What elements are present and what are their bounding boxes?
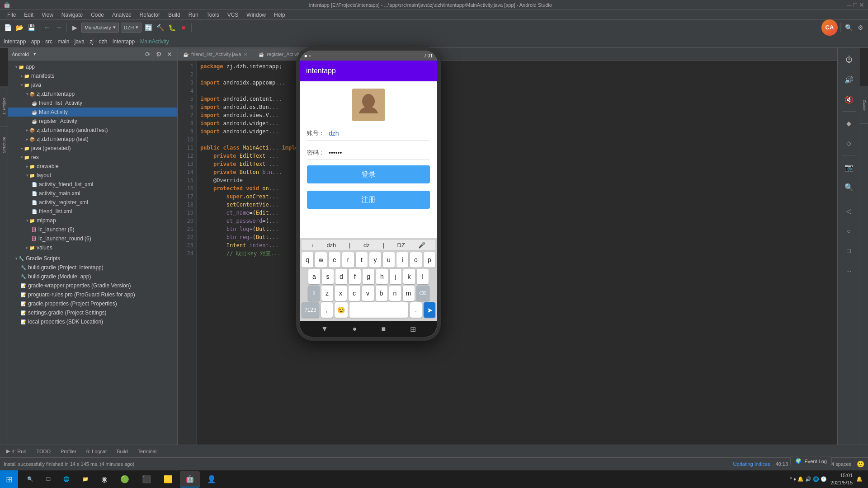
tree-item-java-gen[interactable]: ▸ 📁 java (generated) [8,144,177,153]
tree-item-proguard[interactable]: 📝 proguard-rules.pro (ProGuard Rules for… [8,290,177,299]
close-button[interactable]: ✕ [859,1,864,9]
key-enter[interactable]: ➤ [424,302,435,318]
key-e[interactable]: e [329,252,340,267]
tree-item-xml-friend[interactable]: 📄 activity_friend_list_xml [8,180,177,189]
key-g[interactable]: g [363,269,374,284]
breadcrumb-src[interactable]: src [45,38,52,45]
key-f[interactable]: f [349,269,361,284]
tab-build[interactable]: Build [112,446,132,457]
device-screenshot-btn[interactable]: 📷 [841,159,857,175]
device-recents-btn[interactable]: □ [841,243,857,259]
cursor-position[interactable]: 40:13 [776,461,788,467]
kbd-suggestion-2[interactable]: dz [363,242,370,249]
open-button[interactable]: 📂 [14,23,24,33]
save-button[interactable]: 💾 [26,23,36,33]
taskbar-task-view[interactable]: ❑ [41,471,56,488]
key-y[interactable]: y [369,252,381,267]
key-shift[interactable]: ⇧ [308,286,320,301]
tab-todo[interactable]: TODO [32,446,55,457]
kbd-suggestion-3[interactable]: DZ [397,242,405,249]
kbd-suggestion-1[interactable]: dzh [326,242,336,249]
device-rotate2-btn[interactable]: ◇ [841,135,857,151]
tab-friend-list[interactable]: ☕ friend_list_Activity.java ✕ [178,48,253,60]
phone-username-value[interactable]: dzh [329,130,430,137]
breadcrumb-intentapp2[interactable]: intentapp [113,38,135,45]
key-comma[interactable]: , [321,302,333,318]
key-period[interactable]: . [410,302,422,318]
tree-item-gradle-wrapper[interactable]: 📝 gradle-wrapper.properties (Gradle Vers… [8,281,177,290]
key-t[interactable]: t [356,252,368,267]
key-z[interactable]: z [321,286,333,301]
device-vol-up-btn[interactable]: 🔊 [841,71,857,88]
device-home-btn[interactable]: ○ [841,223,857,239]
debug-button[interactable]: 🐛 [167,23,177,33]
menu-item-window[interactable]: Window [243,11,269,19]
menu-item-analyze[interactable]: Analyze [108,11,135,19]
device-rotate-btn[interactable]: ◆ [841,115,857,131]
key-n[interactable]: n [389,286,401,301]
taskbar-android-studio[interactable]: 🤖 [180,471,200,488]
tree-item-build-gradle-app[interactable]: 🔧 build.gradle (Module: app) [8,272,177,281]
taskbar-explorer[interactable]: 📁 [77,471,94,488]
key-q[interactable]: q [302,252,313,267]
phone-login-button[interactable]: 登录 [307,165,430,183]
search-button[interactable]: 🔍 [844,23,854,33]
key-emoji[interactable]: 😊 [335,302,348,318]
taskbar-app2[interactable]: ⬛ [137,471,156,488]
key-x[interactable]: x [335,286,347,301]
breadcrumb-mainactivity[interactable]: MainActivity [140,38,169,45]
taskbar-clock[interactable]: 15:01 2021/5/15 [830,472,853,486]
device-power-btn[interactable]: ⏻ [841,52,857,68]
panel-close-icon[interactable]: ✕ [165,50,174,58]
key-i[interactable]: i [396,252,408,267]
breadcrumb-intentapp[interactable]: intentapp [4,38,26,45]
tree-item-values[interactable]: ▸ 📁 values [8,243,177,252]
key-space[interactable] [349,302,408,318]
menu-item-run[interactable]: Run [185,11,202,19]
key-del[interactable]: ⌫ [416,286,429,301]
settings-button[interactable]: ⚙ [855,23,865,33]
key-m[interactable]: m [403,286,415,301]
device-more-btn[interactable]: ··· [841,263,857,279]
event-log-badge[interactable]: 🌍 Event Log [790,456,832,466]
tab-close-friend[interactable]: ✕ [244,52,247,57]
tree-item-drawable[interactable]: ▸ 📁 drawable [8,162,177,171]
menu-item-help[interactable]: Help [270,11,289,19]
tree-item-gradle-props[interactable]: 📝 gradle.properties (Project Properties) [8,299,177,308]
tree-item-friend-list[interactable]: ☕ friend_list_Activity [8,99,177,108]
tree-item-xml-main[interactable]: 📄 activity_main.xml [8,189,177,198]
user-avatar[interactable]: CA [821,19,838,36]
tree-item-res[interactable]: ▾ 📁 res [8,153,177,162]
code-editor[interactable]: 12345 678910 1112131415 1617181920 21222… [178,61,837,445]
key-a[interactable]: a [308,269,320,284]
key-num[interactable]: ?123 [302,302,319,318]
phone-password-value[interactable]: •••••• [329,149,430,156]
project-tool-btn[interactable]: 1: Project [0,88,8,124]
tree-item-settings-gradle[interactable]: 📝 settings.gradle (Project Settings) [8,308,177,317]
build-button[interactable]: 🔨 [155,23,165,33]
structure-tool-btn[interactable]: Structure [0,127,8,163]
key-c[interactable]: c [349,286,360,301]
taskbar-edge[interactable]: 🌐 [58,471,75,488]
indent-setting[interactable]: 4 spaces [831,461,851,467]
run-icon[interactable]: ▶ [70,23,80,33]
key-h[interactable]: h [376,269,388,284]
breadcrumb-app[interactable]: app [31,38,40,45]
tab-terminal[interactable]: Terminal [133,446,161,457]
breadcrumb-zj[interactable]: zj [90,38,94,45]
breadcrumb-java[interactable]: java [75,38,85,45]
key-l[interactable]: l [417,269,429,284]
phone-back-btn[interactable]: ▼ [321,325,328,333]
menu-item-navigate[interactable]: Navigate [58,11,86,19]
panel-config-icon[interactable]: ⚙ [155,50,163,58]
tab-logcat[interactable]: 6: Logcat [82,446,111,457]
kbd-mic-icon[interactable]: 🎤 [418,242,425,249]
breadcrumb-dzh[interactable]: dzh [99,38,107,45]
device-dropdown[interactable]: DZH ▾ [121,23,142,33]
device-zoom-btn[interactable]: 🔍 [841,179,857,195]
menu-item-vcs[interactable]: VCS [224,11,242,19]
tree-item-pkg-android-test[interactable]: ▸ 📦 zj.dzh.intentapp (androidTest) [8,126,177,135]
menu-item-tools[interactable]: Tools [203,11,223,19]
menu-item-view[interactable]: View [38,11,57,19]
emoji-icon[interactable]: 🙂 [857,460,864,468]
